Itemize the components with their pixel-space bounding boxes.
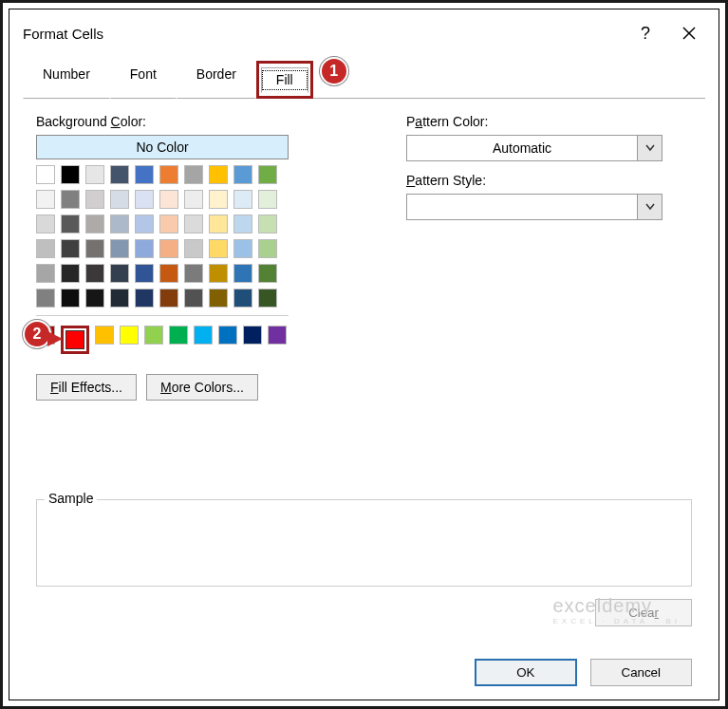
color-swatch[interactable] bbox=[233, 190, 252, 209]
color-swatch[interactable] bbox=[110, 264, 129, 283]
color-swatch[interactable] bbox=[159, 264, 178, 283]
background-color-label: Background Color: bbox=[36, 114, 347, 129]
color-swatch[interactable] bbox=[95, 326, 114, 345]
more-colors-button[interactable]: More Colors... bbox=[146, 374, 258, 401]
color-swatch[interactable] bbox=[135, 264, 154, 283]
color-swatch[interactable] bbox=[144, 326, 163, 345]
color-swatch[interactable] bbox=[258, 239, 277, 258]
sample-label: Sample bbox=[45, 491, 97, 506]
dialog-title: Format Cells bbox=[23, 26, 103, 42]
color-swatch[interactable] bbox=[233, 264, 252, 283]
sample-fieldset: Sample bbox=[36, 499, 692, 587]
tab-fill[interactable]: Fill 1 bbox=[256, 61, 313, 99]
color-swatch[interactable] bbox=[135, 190, 154, 209]
color-swatch[interactable] bbox=[61, 215, 80, 233]
color-swatch[interactable] bbox=[110, 289, 129, 308]
color-swatch[interactable] bbox=[85, 190, 104, 209]
color-swatch[interactable] bbox=[110, 165, 129, 184]
color-swatch[interactable] bbox=[36, 239, 55, 258]
fill-effects-button[interactable]: Fill Effects... bbox=[36, 374, 137, 401]
close-icon bbox=[682, 27, 696, 40]
chevron-down-icon bbox=[637, 136, 662, 160]
color-swatch[interactable] bbox=[258, 165, 277, 184]
color-swatch[interactable] bbox=[36, 264, 55, 283]
color-swatch[interactable] bbox=[159, 239, 178, 258]
watermark: exceldemy EXCEL · DATA · BI bbox=[552, 595, 681, 625]
color-swatch[interactable] bbox=[36, 215, 55, 233]
color-swatch[interactable] bbox=[61, 264, 80, 283]
color-swatch[interactable] bbox=[36, 165, 55, 184]
color-swatch[interactable] bbox=[85, 289, 104, 308]
color-swatch[interactable] bbox=[209, 239, 228, 258]
color-swatch[interactable] bbox=[258, 264, 277, 283]
color-swatch[interactable] bbox=[184, 215, 203, 233]
color-swatch[interactable] bbox=[159, 165, 178, 184]
color-swatch[interactable] bbox=[194, 326, 213, 345]
color-swatch[interactable] bbox=[218, 326, 237, 345]
color-swatch[interactable] bbox=[169, 326, 188, 345]
standard-color-row: 2 bbox=[36, 326, 347, 357]
pattern-color-label: Pattern Color: bbox=[406, 114, 663, 129]
color-swatch[interactable] bbox=[184, 239, 203, 258]
color-swatch[interactable] bbox=[258, 215, 277, 233]
color-swatch[interactable] bbox=[233, 215, 252, 233]
color-swatch[interactable] bbox=[233, 289, 252, 308]
color-swatch[interactable] bbox=[233, 239, 252, 258]
color-swatch[interactable] bbox=[258, 190, 277, 209]
color-swatch[interactable] bbox=[85, 165, 104, 184]
color-swatch[interactable] bbox=[135, 165, 154, 184]
help-button[interactable]: ? bbox=[624, 19, 667, 47]
color-swatch[interactable] bbox=[61, 190, 80, 209]
tab-border[interactable]: Border bbox=[177, 61, 256, 99]
color-swatch[interactable] bbox=[233, 165, 252, 184]
theme-color-row bbox=[36, 165, 347, 184]
sample-preview bbox=[47, 513, 681, 576]
pattern-style-select[interactable] bbox=[406, 194, 663, 220]
cancel-button[interactable]: Cancel bbox=[590, 659, 693, 686]
no-color-button[interactable]: No Color bbox=[36, 135, 289, 159]
color-swatch[interactable] bbox=[135, 215, 154, 233]
color-swatch[interactable] bbox=[36, 190, 55, 209]
color-swatch[interactable] bbox=[209, 190, 228, 209]
color-swatch[interactable] bbox=[85, 264, 104, 283]
tab-font[interactable]: Font bbox=[110, 61, 177, 99]
ok-button[interactable]: OK bbox=[475, 659, 576, 686]
color-swatch[interactable] bbox=[243, 326, 262, 345]
color-swatch[interactable] bbox=[159, 190, 178, 209]
color-swatch[interactable] bbox=[110, 239, 129, 258]
color-swatch[interactable] bbox=[61, 239, 80, 258]
chevron-down-icon bbox=[637, 195, 662, 219]
color-swatch[interactable] bbox=[61, 289, 80, 308]
color-swatch[interactable] bbox=[258, 289, 277, 308]
color-swatch[interactable] bbox=[135, 239, 154, 258]
color-swatch-red[interactable] bbox=[65, 330, 84, 349]
pattern-style-label: Pattern Style: bbox=[406, 173, 663, 188]
color-swatch[interactable] bbox=[135, 289, 154, 308]
callout-1: 1 bbox=[320, 57, 348, 85]
tab-number[interactable]: Number bbox=[23, 61, 110, 99]
color-swatch[interactable] bbox=[110, 215, 129, 233]
color-swatch[interactable] bbox=[184, 289, 203, 308]
color-swatch[interactable] bbox=[159, 215, 178, 233]
close-button[interactable] bbox=[667, 19, 711, 47]
color-swatch[interactable] bbox=[85, 215, 104, 233]
pattern-color-value: Automatic bbox=[407, 140, 637, 156]
color-swatch[interactable] bbox=[209, 165, 228, 184]
color-swatch[interactable] bbox=[36, 289, 55, 308]
color-swatch[interactable] bbox=[209, 289, 228, 308]
color-swatch[interactable] bbox=[120, 326, 139, 345]
color-swatch[interactable] bbox=[209, 215, 228, 233]
color-swatch[interactable] bbox=[85, 239, 104, 258]
color-swatch[interactable] bbox=[110, 190, 129, 209]
pattern-color-select[interactable]: Automatic bbox=[406, 135, 663, 161]
color-swatch[interactable] bbox=[159, 289, 178, 308]
color-swatch[interactable] bbox=[184, 264, 203, 283]
color-swatch[interactable] bbox=[61, 165, 80, 184]
color-swatch[interactable] bbox=[184, 190, 203, 209]
color-swatch[interactable] bbox=[268, 326, 287, 345]
color-swatch[interactable] bbox=[184, 165, 203, 184]
color-swatch[interactable] bbox=[209, 264, 228, 283]
